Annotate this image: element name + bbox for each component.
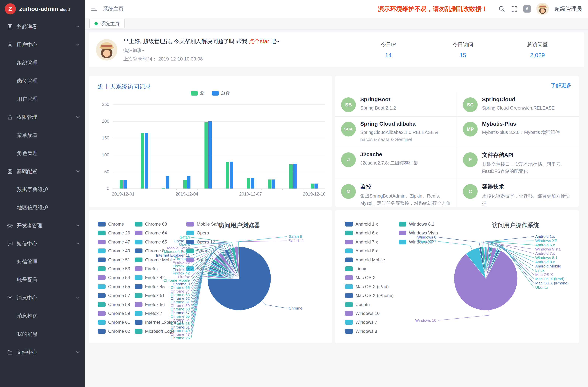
- sidebar-item-file-center[interactable]: 文件中心: [0, 343, 85, 361]
- star-link[interactable]: 点个star: [249, 38, 269, 44]
- sidebar-item-msg-center[interactable]: 消息中心: [0, 289, 85, 307]
- fullscreen-icon[interactable]: [511, 5, 518, 12]
- sidebar-subitem-account-config[interactable]: 账号配置: [0, 271, 85, 289]
- axis-tick: [240, 188, 240, 190]
- y-axis-label: 250: [94, 102, 109, 107]
- pie-label-line: [438, 242, 472, 250]
- sidebar-item-sms-center[interactable]: 短信中心: [0, 235, 85, 253]
- sidebar-subitem-post-manage[interactable]: 岗位管理: [0, 72, 85, 90]
- x-axis-label: 2019-12-01: [108, 191, 138, 197]
- tech-desc: 封装文件接口，实现本地存储、阿里云、FastDFS存储的配置化: [482, 161, 574, 175]
- chevron-down-icon: [76, 169, 80, 173]
- user-avatar[interactable]: [536, 2, 549, 15]
- tech-item: JJ2cacheJ2cache2.7.8: 二级缓存框架: [335, 147, 457, 179]
- greeting-subtitle: 疯狂加班~: [123, 47, 279, 54]
- tech-badge-icon: J: [341, 152, 356, 167]
- pie-label: Mac OS X (iPhone): [535, 281, 569, 285]
- bar-总数-2019-12-07[interactable]: [251, 178, 254, 188]
- bar-您-2019-12-07[interactable]: [247, 178, 250, 188]
- sidebar-subitem-my-msg[interactable]: 我的消息: [0, 325, 85, 343]
- bar-总数-2019-12-08[interactable]: [272, 180, 275, 188]
- pie-label: Chrome: [289, 306, 302, 310]
- bar-您-2019-12-03[interactable]: [162, 188, 165, 188]
- bar-您-2019-12-04[interactable]: [183, 180, 187, 188]
- bar-总数-2019-12-01[interactable]: [124, 180, 127, 188]
- sidebar-item-label: 权限管理: [17, 114, 37, 121]
- sidebar-item-auth-manage[interactable]: 权限管理: [0, 108, 85, 126]
- tech-title: SpringCloud: [482, 96, 555, 102]
- search-icon[interactable]: [498, 5, 505, 12]
- gridline: [113, 121, 325, 122]
- font-size-icon[interactable]: A: [524, 5, 531, 13]
- tech-desc: Mybatis-plus 3.2.0：Mybatis 增强组件: [482, 129, 560, 136]
- bar-总数-2019-12-09[interactable]: [293, 164, 296, 188]
- tech-info: SpringCloudSpring Cloud Greenwich.RELEAS…: [482, 96, 555, 112]
- pie-label-line: [236, 241, 287, 247]
- bar-您-2019-12-02[interactable]: [141, 133, 144, 188]
- sidebar-item-user-center[interactable]: 用户中心: [0, 36, 85, 54]
- bar-总数-2019-12-10[interactable]: [315, 183, 318, 188]
- gear-icon: [7, 222, 13, 229]
- tech-title: 监控: [360, 183, 451, 191]
- axis-tick: [134, 188, 134, 190]
- tech-badge-icon: SC: [463, 97, 478, 112]
- app-title: zuihou-admin: [19, 5, 59, 12]
- logo-icon: Z: [5, 3, 16, 14]
- y-axis-label: 200: [94, 119, 109, 124]
- tech-info: 文件存储API封装文件接口，实现本地存储、阿里云、FastDFS存储的配置化: [482, 151, 574, 175]
- sidebar-subitem-user-manage[interactable]: 用户管理: [0, 90, 85, 108]
- bar-总数-2019-12-04[interactable]: [187, 176, 190, 188]
- tab-home[interactable]: 系统主页: [89, 19, 125, 28]
- content: 早上好, 超级管理员, 今天帮别人解决问题了吗 帮我 点个star 吧~ 疯狂加…: [85, 30, 588, 387]
- bar-您-2019-12-10[interactable]: [311, 183, 314, 188]
- pie-label: Chrome 26: [170, 336, 190, 340]
- learn-more-link[interactable]: 了解更多: [551, 82, 571, 89]
- pie-label-line: [487, 242, 534, 247]
- bar-您-2019-12-06[interactable]: [226, 162, 229, 188]
- sms-icon: [7, 240, 13, 247]
- y-axis-label: 100: [94, 152, 109, 158]
- bar-您-2019-12-08[interactable]: [268, 180, 272, 188]
- pie-label: Windows 7: [417, 239, 436, 244]
- app-logo[interactable]: Z zuihou-admin cloud: [0, 0, 85, 18]
- greeting-card: 早上好, 超级管理员, 今天帮别人解决问题了吗 帮我 点个star 吧~ 疯狂加…: [89, 32, 584, 67]
- bar-您-2019-12-05[interactable]: [205, 122, 208, 188]
- sidebar-subitem-role-manage[interactable]: 角色管理: [0, 144, 85, 162]
- pie-label: Mac OS X: [535, 272, 553, 277]
- stat-1: 今日访问15: [426, 41, 500, 59]
- chevron-down-icon: [76, 224, 80, 227]
- pie-label: Linux: [535, 268, 545, 272]
- gridline: [113, 138, 325, 138]
- bar-您-2019-12-09[interactable]: [289, 164, 293, 188]
- bar-总数-2019-12-05[interactable]: [208, 121, 212, 188]
- bar-总数-2019-12-02[interactable]: [145, 133, 148, 188]
- axis-tick: [155, 188, 155, 190]
- sidebar-subitem-sms-manage[interactable]: 短信管理: [0, 253, 85, 271]
- sidebar-subitem-msg-push[interactable]: 消息推送: [0, 307, 85, 325]
- sidebar-item-base-config[interactable]: 基础配置: [0, 162, 85, 180]
- bar-您-2019-12-01[interactable]: [120, 180, 123, 188]
- sidebar-subitem-menu-config[interactable]: 菜单配置: [0, 126, 85, 144]
- greeting-info: 早上好, 超级管理员, 今天帮别人解决问题了吗 帮我 点个star 吧~ 疯狂加…: [123, 38, 279, 62]
- user-name[interactable]: 超级管理员: [554, 5, 582, 13]
- tech-desc: Spring Boot 2.1.2: [360, 104, 396, 112]
- bar-总数-2019-12-03[interactable]: [166, 176, 169, 188]
- bar-总数-2019-12-06[interactable]: [230, 162, 233, 188]
- tech-desc: 虚拟化容器技术，让迁移、部署更加方便快捷: [482, 192, 574, 207]
- menu-fold-icon[interactable]: [91, 5, 97, 12]
- sidebar-item-must-read[interactable]: 务必详看: [0, 18, 85, 36]
- demo-warning-text: 演示环境维护不易，请勿乱删乱改数据！: [378, 5, 488, 13]
- sidebar-subitem-org-manage[interactable]: 组织管理: [0, 54, 85, 72]
- visit-chart-card: 近十天系统访问记录 您总数 0501001502002502019-12-012…: [89, 76, 332, 207]
- sidebar-subitem-dict-maintain[interactable]: 数据字典维护: [0, 180, 85, 199]
- app-root: Z zuihou-admin cloud 务必详看用户中心组织管理岗位管理用户管…: [0, 0, 588, 387]
- stat-value: 2,029: [500, 52, 575, 59]
- stat-label: 今日访问: [426, 41, 500, 48]
- breadcrumb[interactable]: 系统主页: [103, 5, 124, 12]
- sidebar-subitem-area-maintain[interactable]: 地区信息维护: [0, 199, 85, 217]
- sidebar-item-dev-manage[interactable]: 开发者管理: [0, 217, 85, 235]
- charts-row-1: 近十天系统访问记录 您总数 0501001502002502019-12-012…: [89, 76, 584, 207]
- tab-bar: 系统主页: [85, 18, 588, 30]
- x-axis-label: 2019-12-07: [236, 191, 265, 197]
- tech-grid: SBSpringBootSpring Boot 2.1.2SCSpringClo…: [335, 92, 579, 207]
